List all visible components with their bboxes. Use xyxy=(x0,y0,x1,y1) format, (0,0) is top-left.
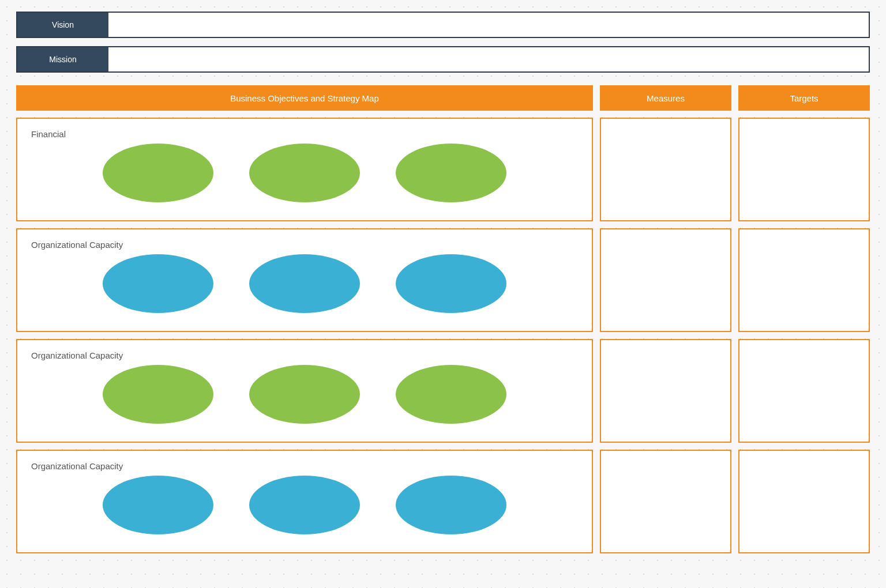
mission-input[interactable] xyxy=(108,47,869,71)
perspective-label: Organizational Capacity xyxy=(31,461,578,471)
vision-input[interactable] xyxy=(108,13,869,37)
objective-ellipses xyxy=(31,144,578,202)
targets-cell[interactable] xyxy=(738,118,870,221)
header-measures: Measures xyxy=(600,85,731,111)
perspective-main-financial[interactable]: Financial xyxy=(16,118,593,221)
balanced-scorecard-canvas: Vision Mission Business Objectives and S… xyxy=(16,12,870,553)
targets-cell[interactable] xyxy=(738,450,870,553)
measures-cell[interactable] xyxy=(600,339,731,443)
measures-cell[interactable] xyxy=(600,450,731,553)
perspective-row: Organizational Capacity xyxy=(16,450,870,553)
objective-ellipse[interactable] xyxy=(103,144,213,202)
objective-ellipse[interactable] xyxy=(103,476,213,534)
targets-cell[interactable] xyxy=(738,228,870,332)
header-targets: Targets xyxy=(738,85,870,111)
objective-ellipse[interactable] xyxy=(249,476,360,534)
objective-ellipse[interactable] xyxy=(103,365,213,424)
objective-ellipse[interactable] xyxy=(396,476,506,534)
objective-ellipse[interactable] xyxy=(396,365,506,424)
objective-ellipses xyxy=(31,365,578,424)
mission-row[interactable]: Mission xyxy=(16,46,870,73)
objective-ellipse[interactable] xyxy=(249,144,360,202)
column-headers: Business Objectives and Strategy Map Mea… xyxy=(16,85,870,111)
perspective-label: Financial xyxy=(31,129,578,139)
perspective-row: Organizational Capacity xyxy=(16,228,870,332)
vision-row[interactable]: Vision xyxy=(16,12,870,38)
perspective-main-orgcap[interactable]: Organizational Capacity xyxy=(16,450,593,553)
vision-label: Vision xyxy=(17,13,108,37)
perspective-label: Organizational Capacity xyxy=(31,350,578,360)
perspective-row: Financial xyxy=(16,118,870,221)
objective-ellipse[interactable] xyxy=(396,254,506,313)
header-objectives: Business Objectives and Strategy Map xyxy=(16,85,593,111)
objective-ellipse[interactable] xyxy=(249,254,360,313)
mission-label: Mission xyxy=(17,47,108,71)
perspective-label: Organizational Capacity xyxy=(31,240,578,250)
objective-ellipses xyxy=(31,254,578,313)
objective-ellipse[interactable] xyxy=(249,365,360,424)
measures-cell[interactable] xyxy=(600,118,731,221)
perspective-main-orgcap[interactable]: Organizational Capacity xyxy=(16,339,593,443)
objective-ellipse[interactable] xyxy=(396,144,506,202)
objective-ellipses xyxy=(31,476,578,534)
perspective-row: Organizational Capacity xyxy=(16,339,870,443)
targets-cell[interactable] xyxy=(738,339,870,443)
perspective-main-orgcap[interactable]: Organizational Capacity xyxy=(16,228,593,332)
objective-ellipse[interactable] xyxy=(103,254,213,313)
measures-cell[interactable] xyxy=(600,228,731,332)
